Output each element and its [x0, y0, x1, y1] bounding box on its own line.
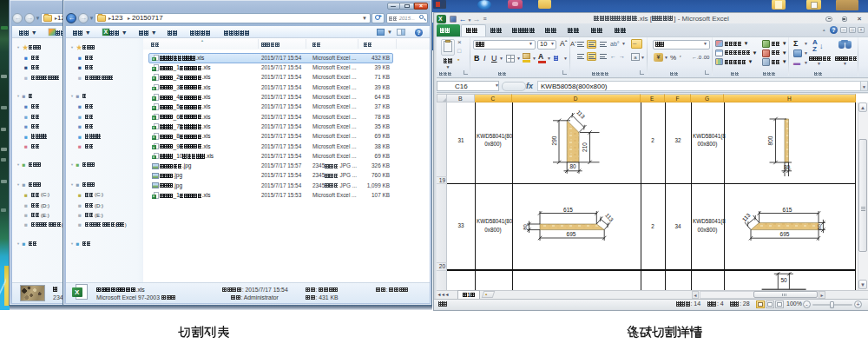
- svg-text:695: 695: [780, 231, 790, 237]
- svg-text:695: 695: [567, 231, 576, 237]
- svg-text:615: 615: [783, 207, 792, 213]
- svg-text:113: 113: [740, 212, 751, 223]
- svg-text:80: 80: [523, 224, 528, 230]
- svg-text:615: 615: [563, 207, 573, 213]
- svg-text:290: 290: [551, 135, 557, 145]
- svg-text:80: 80: [784, 164, 791, 170]
- svg-text:80: 80: [817, 224, 822, 230]
- svg-text:113: 113: [604, 212, 615, 223]
- svg-text:113: 113: [575, 109, 587, 120]
- svg-text:80: 80: [569, 163, 576, 169]
- svg-text:50: 50: [780, 277, 787, 283]
- svg-text:210: 210: [582, 142, 588, 152]
- svg-text:800: 800: [767, 135, 773, 145]
